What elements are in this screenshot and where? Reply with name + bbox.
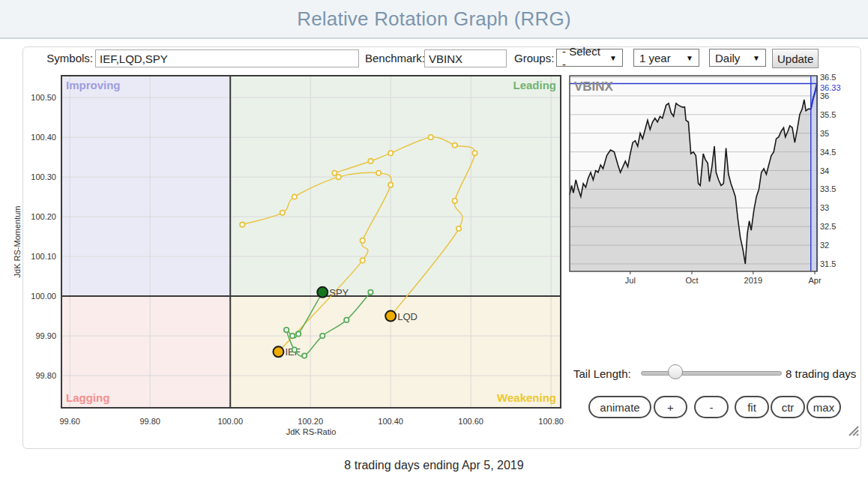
- header-bar: Relative Rotation Graph (RRG): [0, 0, 868, 39]
- zoom-in-button[interactable]: +: [654, 396, 687, 418]
- timeframe-select-value: Daily: [715, 52, 740, 64]
- zoom-out-button[interactable]: -: [694, 396, 729, 418]
- chevron-down-icon: ▼: [753, 54, 760, 62]
- symbols-input[interactable]: [95, 49, 359, 67]
- benchmark-label: Benchmark:: [365, 52, 425, 64]
- max-button[interactable]: max: [807, 396, 841, 418]
- symbols-label: Symbols:: [30, 52, 93, 64]
- benchmark-input[interactable]: [424, 49, 507, 67]
- chevron-down-icon: ▼: [609, 54, 617, 62]
- footer-caption: 8 trading days ending Apr 5, 2019: [0, 459, 868, 472]
- fit-button[interactable]: fit: [735, 396, 769, 418]
- update-button[interactable]: Update: [772, 49, 819, 68]
- main-panel: [22, 46, 861, 449]
- groups-label: Groups:: [514, 52, 554, 64]
- period-select-value: 1 year: [639, 52, 671, 64]
- tail-length-value: 8 trading days: [786, 367, 856, 380]
- rrg-app: { "header": { "title": "Relative Rotatio…: [0, 0, 868, 479]
- resize-handle-icon[interactable]: [846, 424, 860, 437]
- tail-length-slider-thumb[interactable]: [668, 364, 683, 379]
- timeframe-select[interactable]: Daily ▼: [709, 49, 766, 67]
- tail-length-slider-track[interactable]: [641, 371, 782, 376]
- period-select[interactable]: 1 year ▼: [633, 49, 699, 67]
- page-title: Relative Rotation Graph (RRG): [297, 7, 571, 31]
- groups-select[interactable]: - Select - ▼: [556, 49, 623, 67]
- ctr-button[interactable]: ctr: [771, 396, 805, 418]
- chevron-down-icon: ▼: [686, 54, 693, 62]
- tail-length-label: Tail Length:: [573, 367, 631, 380]
- groups-select-value: - Select -: [562, 45, 603, 70]
- animate-button[interactable]: animate: [588, 396, 651, 418]
- y-axis-title: JdK RS-Momentum: [13, 206, 22, 278]
